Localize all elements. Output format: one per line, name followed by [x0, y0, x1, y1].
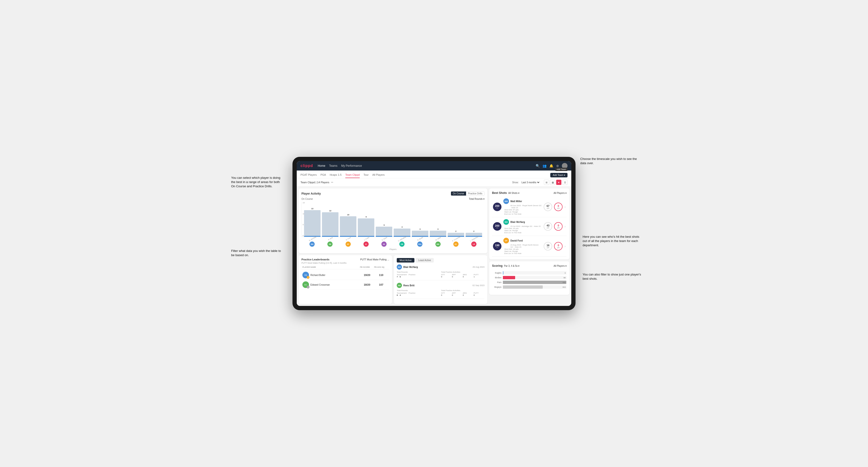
metric-val-2: 0 [558, 244, 559, 247]
bar-value: 5 [383, 224, 384, 226]
practice-sub-vals: 0 0 0 0 [441, 294, 485, 296]
bar-group[interactable]: 9 [358, 216, 374, 237]
bar-value: 3 [420, 228, 420, 230]
bar-fill [358, 218, 374, 237]
sub-nav-all-players[interactable]: All Players [372, 172, 385, 178]
bar-group[interactable]: 12 [322, 210, 338, 237]
leaderboard-row[interactable]: EC2Edward Crossman18/20107 [302, 280, 389, 290]
grid-view-icon[interactable]: ⊞ [544, 180, 549, 185]
leaderboard-filter[interactable]: PUTT Must Make Putting ... [360, 258, 389, 261]
heart-view-icon[interactable]: ♥ [556, 180, 561, 185]
edit-icon[interactable]: ✏ [331, 181, 333, 184]
least-active-tab[interactable]: Least Active [415, 258, 434, 262]
all-players-filter[interactable]: All Players ▾ [554, 192, 566, 194]
shot-card[interactable]: 200 SG BM Blair McHarg 23 Jul 2023 · Ash… [492, 217, 566, 236]
bar-value: 3 [437, 228, 438, 230]
add-team-button[interactable]: Add Team Add Team ▾ [550, 173, 567, 177]
on-course-toggle[interactable]: On Course [451, 191, 466, 195]
activity-toggle-group: On Course Practice Drills [451, 191, 485, 196]
practice-drills-toggle[interactable]: Practice Drills [466, 191, 484, 195]
activity-player-header: BM Blair McHarg 26 Aug 2023 [397, 264, 485, 270]
sub-nav-team-clippd[interactable]: Team Clippd [345, 172, 360, 178]
users-icon[interactable]: 👥 [542, 164, 547, 168]
activity-avatar: RB [397, 283, 402, 288]
view-icons: ⊞ ▦ ♥ ☰ [544, 180, 567, 185]
player-avatar: RB1 [302, 272, 309, 278]
shot-card[interactable]: 198 SG DF David Ford 24 Aug 2023 · Royal… [492, 236, 566, 257]
activity-player: BM Blair McHarg 26 Aug 2023 Total Rounds… [397, 264, 485, 280]
leaderboard-subtitle: PUTT Must Make Putting (3-6 ft), Last 3 … [302, 262, 389, 264]
leaderboard-header: Practice Leaderboards PUTT Must Make Put… [302, 258, 389, 261]
shot-avatar: BM [503, 219, 509, 225]
bar-group[interactable]: 10 [340, 214, 356, 237]
annotation-bottom-left: Filter what data you wish the table to b… [231, 249, 283, 257]
rounds-label: Total Rounds [397, 289, 440, 291]
chevron-right-icon[interactable]: › [564, 205, 566, 209]
rounds-vals: 8 4 [397, 294, 440, 296]
col-pb-score: PB SCORE [360, 266, 374, 268]
par-filter[interactable]: Par 3, 4 & 5s ▾ [504, 264, 520, 267]
shot-card[interactable]: 200 SG MM Matt Miller 09 Jun 2023 · Roya… [492, 196, 566, 217]
scoring-players-filter[interactable]: All Players ▾ [554, 264, 566, 267]
arg-label: ARG [463, 292, 474, 294]
app-val: 0 [452, 276, 463, 278]
chevron-right-icon[interactable]: › [564, 224, 566, 228]
shot-meta: Shot Dist: 67 yds Start Lie: Rough End L… [503, 209, 542, 215]
pb-score: 19/20 [360, 274, 374, 276]
total-rounds-filter[interactable]: Total Rounds ▾ [469, 198, 485, 200]
most-active-tab[interactable]: Most Active [397, 258, 414, 262]
plus-circle-icon[interactable]: ⊕ [556, 164, 559, 168]
rounds-row: Tournament Practice [397, 274, 440, 276]
bar-value: 10 [347, 214, 349, 216]
scoring-bar-fill [503, 285, 543, 289]
tablet-screen: clippd Home Teams My Performance 🔍 👥 🔔 ⊕… [297, 161, 571, 306]
nav-performance[interactable]: My Performance [341, 163, 362, 168]
metric-val-2: 0 [558, 224, 559, 227]
activity-player: RB Rees Britt 02 Sep 2023 Total Rounds T… [397, 283, 485, 299]
all-shots-filter[interactable]: All Shots ▾ [508, 192, 519, 194]
shot-player-header: MM Matt Miller [503, 198, 542, 204]
tiles-view-icon[interactable]: ▦ [550, 180, 555, 185]
tournament-label: Tournament [397, 274, 407, 276]
leaderboard-title: Practice Leaderboards [302, 258, 330, 261]
practice-label: Practice [408, 274, 415, 276]
activity-date: 26 Aug 2023 [472, 266, 485, 268]
bar-fill [322, 212, 338, 237]
practice-sub-labels: GTT APP ARG PUTT [441, 274, 485, 276]
pb-score: 18/20 [360, 283, 374, 286]
team-header: Team Clippd | 14 Players ✏ Show: Last 3 … [297, 178, 571, 187]
col-player-name: PLAYER NAME [302, 266, 360, 268]
nav-teams[interactable]: Teams [329, 163, 337, 168]
most-active-header: Most Active Least Active [397, 258, 485, 262]
scoring-bar-fill [503, 271, 503, 275]
scoring-bar-fill [503, 281, 566, 284]
search-icon[interactable]: 🔍 [536, 164, 540, 168]
scoring-bar-wrap: 3 [503, 271, 566, 275]
sub-nav-pga[interactable]: PGA [320, 172, 326, 178]
bar-chart-inner: 1510501312109543322 [302, 201, 485, 237]
nav-logo: clippd [301, 164, 313, 168]
activity-practice-section: Total Practice Activities GTT APP ARG PU… [441, 289, 485, 296]
x-avatar-img: RB [328, 242, 333, 247]
nav-home[interactable]: Home [318, 163, 325, 168]
main-content: Player Activity On Course Practice Drill… [297, 187, 571, 306]
sub-nav-pgat[interactable]: PGAT Players [301, 172, 317, 178]
sub-nav-hcaps[interactable]: Hcaps 1-5 [330, 172, 342, 178]
shot-details: 09 Jun 2023 · Royal North Devon GC · Hol… [510, 205, 542, 209]
shot-badge-num: 198 [495, 244, 499, 247]
shot-badge: 200 SG [493, 222, 501, 231]
rounds-row: Tournament Practice [397, 292, 440, 294]
bell-icon[interactable]: 🔔 [549, 164, 553, 168]
app-val: 0 [452, 294, 463, 296]
list-view-icon[interactable]: ☰ [562, 180, 567, 185]
activity-stats-grid: Total Rounds Tournament Practice 8 4 Tot… [397, 289, 485, 296]
sub-nav-tour[interactable]: Tour [364, 172, 368, 178]
bar-group[interactable]: 13 [304, 208, 320, 237]
scoring-panel: Scoring Par 3, 4 & 5s ▾ All Players ▾ Ea… [489, 261, 569, 295]
leaderboard-row[interactable]: RB1Richard Butler19/20110 [302, 270, 389, 280]
practice-val: 4 [400, 294, 401, 296]
show-select[interactable]: Last 3 months Last month Last 6 months L… [521, 181, 540, 184]
chevron-right-icon[interactable]: › [564, 244, 566, 248]
bar-value: 9 [366, 216, 367, 218]
x-avatar-img: JC [364, 242, 369, 247]
